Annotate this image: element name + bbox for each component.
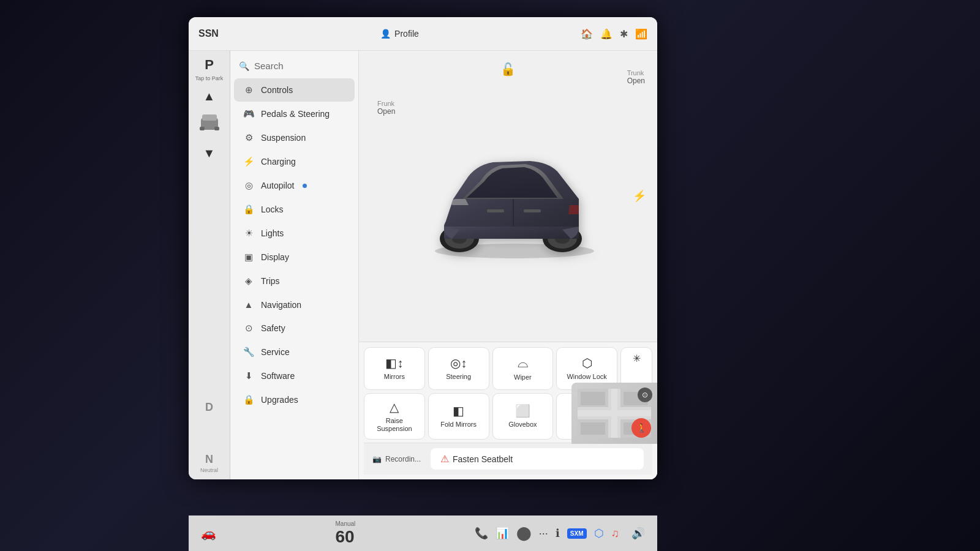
voice-icon[interactable]: 📊 <box>496 527 509 540</box>
display-label: Display <box>261 252 289 262</box>
taskbar-left: 🚗 <box>201 526 216 541</box>
speed-display: 60 <box>336 527 356 547</box>
bluetooth-icon[interactable]: ✱ <box>620 28 628 40</box>
pedals-label: Pedals & Steering <box>261 109 330 119</box>
gear-down-arrow: ▼ <box>203 146 216 160</box>
profile-section[interactable]: 👤 Profile <box>380 29 419 39</box>
wiper-button[interactable]: ⌓ Wiper <box>492 347 554 390</box>
sidebar-item-service[interactable]: 🔧 Service <box>234 340 355 364</box>
sidebar-item-locks[interactable]: 🔒 Locks <box>234 198 355 221</box>
camera-icon: 📷 <box>372 455 382 463</box>
home-icon[interactable]: 🏠 <box>581 28 593 40</box>
info-icon[interactable]: ℹ <box>556 527 560 540</box>
lights-label: Lights <box>261 228 284 238</box>
svg-rect-1 <box>202 114 217 121</box>
glovebox-label: Glovebox <box>508 421 537 429</box>
software-label: Software <box>261 371 295 381</box>
tap-to-park-label[interactable]: Tap to Park <box>195 75 224 82</box>
phone-icon[interactable]: 📞 <box>475 527 488 540</box>
software-icon: ⬇ <box>243 370 255 381</box>
search-label: Search <box>254 61 284 71</box>
manual-label: Manual <box>336 520 356 527</box>
steering-label: Steering <box>446 373 471 381</box>
upgrades-icon: 🔒 <box>243 394 255 405</box>
locks-label: Locks <box>261 204 284 214</box>
sidebar-item-software[interactable]: ⬇ Software <box>234 364 355 388</box>
svg-rect-13 <box>524 209 541 212</box>
fold-mirrors-button[interactable]: ◧ Fold Mirrors <box>428 393 489 440</box>
charge-indicator: ⚡ <box>633 189 646 203</box>
search-icon: 🔍 <box>239 61 249 71</box>
fold-mirrors-label: Fold Mirrors <box>440 421 477 429</box>
header: SSN 👤 Profile 🏠 🔔 ✱ 📶 <box>189 17 657 51</box>
wiper-icon: ⌓ <box>518 355 528 371</box>
profile-label: Profile <box>394 29 419 39</box>
raise-suspension-label: Raise Suspension <box>368 417 421 433</box>
sidebar-item-suspension[interactable]: ⚙ Suspension <box>234 126 355 149</box>
signal-icon: 📶 <box>635 28 647 40</box>
sidebar-item-charging[interactable]: ⚡ Charging <box>234 150 355 173</box>
steering-icon: ◎↕ <box>450 356 467 370</box>
sidebar-item-autopilot[interactable]: ◎ Autopilot <box>234 174 355 197</box>
mini-map[interactable]: ⊙ 🚶 <box>571 383 657 444</box>
search-bar[interactable]: 🔍 Search <box>230 56 358 76</box>
wiper-label: Wiper <box>514 373 532 381</box>
sxm-badge[interactable]: SXM <box>567 528 587 539</box>
sidebar: 🔍 Search ⊕ Controls 🎮 Pedals & Steering … <box>230 51 359 479</box>
locks-icon: 🔒 <box>243 204 255 215</box>
charging-label: Charging <box>261 157 296 167</box>
trunk-label: Trunk <box>627 69 645 77</box>
taskbar-car-icon[interactable]: 🚗 <box>201 526 216 541</box>
car-visualization: 🔓 Frunk Open Trunk Open ⚡ <box>359 51 657 342</box>
main-screen: SSN 👤 Profile 🏠 🔔 ✱ 📶 P Tap to Park ▲ ▼ … <box>189 17 657 479</box>
raise-suspension-button[interactable]: △ Raise Suspension <box>364 393 425 440</box>
map-widget-icon[interactable]: ⊙ <box>638 388 652 402</box>
navigation-label: Navigation <box>261 300 301 310</box>
recording-button[interactable]: 📷 Recordin... <box>372 455 421 463</box>
sidebar-item-navigation[interactable]: ▲ Navigation <box>234 293 355 316</box>
more-dots-icon[interactable]: ··· <box>539 527 548 540</box>
music-icon[interactable]: ♫ <box>611 527 620 540</box>
controls-icon: ⊕ <box>243 84 255 96</box>
suspension-label: Suspension <box>261 133 306 143</box>
glovebox-button[interactable]: ⬜ Glovebox <box>492 393 554 440</box>
brightness-icon: ✳ <box>633 353 641 364</box>
lights-icon: ☀ <box>243 228 255 239</box>
gear-up-arrow: ▲ <box>203 89 216 103</box>
sidebar-item-upgrades[interactable]: 🔒 Upgrades <box>234 388 355 411</box>
svg-rect-18 <box>611 389 617 438</box>
taskbar-apps: 📞 📊 ⬤ ··· ℹ SXM ⬡ ♫ 🔊 <box>475 525 645 541</box>
profile-icon: 👤 <box>380 29 391 39</box>
raise-suspension-icon: △ <box>390 400 399 414</box>
sidebar-item-controls[interactable]: ⊕ Controls <box>234 78 355 102</box>
charging-icon: ⚡ <box>243 156 255 167</box>
bell-icon[interactable]: 🔔 <box>600 28 612 40</box>
seatbelt-warning: ⚠ Fasten Seatbelt <box>431 448 644 470</box>
steering-button[interactable]: ◎↕ Steering <box>428 347 489 390</box>
trunk-label-area: Trunk Open <box>627 69 645 85</box>
lock-icon[interactable]: 🔓 <box>500 62 516 76</box>
suspension-icon: ⚙ <box>243 132 255 143</box>
mirrors-button[interactable]: ◧↕ Mirrors <box>364 347 425 390</box>
glovebox-icon: ⬜ <box>515 403 530 418</box>
sidebar-item-display[interactable]: ▣ Display <box>234 246 355 269</box>
volume-icon[interactable]: 🔊 <box>631 527 645 540</box>
taskbar-bluetooth-icon[interactable]: ⬡ <box>594 527 604 540</box>
svg-rect-21 <box>581 422 605 435</box>
gear-d: D <box>205 401 213 414</box>
gear-p: P <box>205 57 214 73</box>
sidebar-item-lights[interactable]: ☀ Lights <box>234 222 355 245</box>
service-label: Service <box>261 347 290 357</box>
red-action-button[interactable]: 🚶 <box>631 418 651 438</box>
svg-rect-12 <box>487 209 504 212</box>
seatbelt-label: Fasten Seatbelt <box>453 454 513 464</box>
service-icon: 🔧 <box>243 347 255 358</box>
gear-n: N <box>205 453 213 466</box>
sidebar-item-pedals[interactable]: 🎮 Pedals & Steering <box>234 102 355 126</box>
neutral-label: Neutral <box>200 467 218 473</box>
frunk-label: Frunk <box>377 100 395 107</box>
circle-icon[interactable]: ⬤ <box>516 525 532 541</box>
sidebar-item-safety[interactable]: ⊙ Safety <box>234 317 355 340</box>
taskbar-center: Manual 60 <box>336 520 356 547</box>
sidebar-item-trips[interactable]: ◈ Trips <box>234 269 355 293</box>
